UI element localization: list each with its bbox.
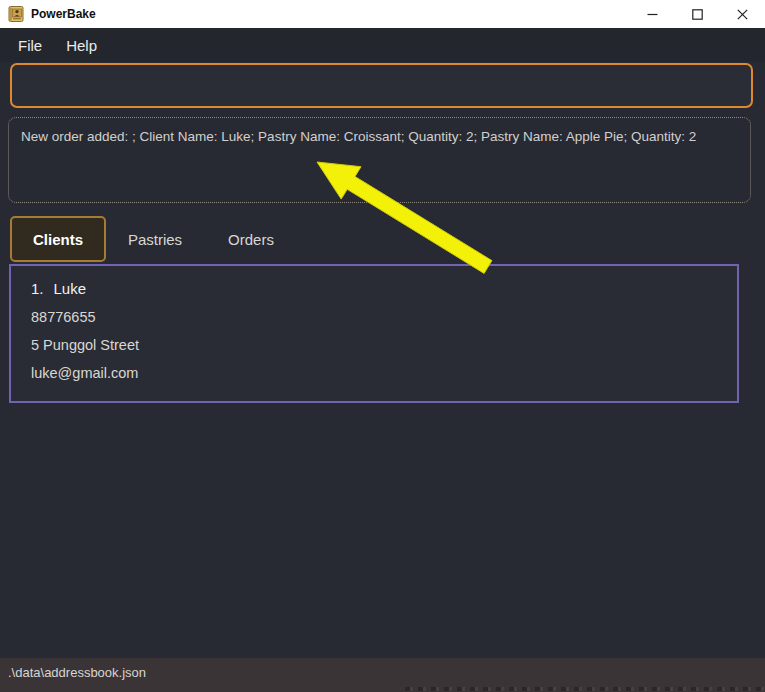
close-button[interactable] bbox=[720, 0, 765, 28]
minimize-button[interactable] bbox=[630, 0, 675, 28]
title-bar[interactable]: PowerBake bbox=[0, 0, 765, 28]
client-name: Luke bbox=[54, 280, 87, 297]
result-box: New order added: ; Client Name: Luke; Pa… bbox=[8, 117, 751, 203]
maximize-icon bbox=[692, 9, 703, 20]
status-bar: .\data\addressbook.json bbox=[0, 658, 765, 692]
client-list-panel: 1.Luke 88776655 5 Punggol Street luke@gm… bbox=[9, 264, 739, 403]
result-message: New order added: ; Client Name: Luke; Pa… bbox=[21, 129, 696, 144]
tab-bar: Clients Pastries Orders bbox=[0, 216, 765, 262]
tab-orders[interactable]: Orders bbox=[213, 216, 289, 262]
window-controls bbox=[630, 0, 765, 28]
command-input[interactable] bbox=[10, 63, 753, 108]
client-index: 1. bbox=[31, 280, 44, 297]
menu-item-help[interactable]: Help bbox=[54, 28, 109, 62]
client-address: 5 Punggol Street bbox=[31, 337, 727, 353]
client-card[interactable]: 1.Luke 88776655 5 Punggol Street luke@gm… bbox=[11, 266, 737, 381]
powerbake-window: PowerBake File Help New order added: ; C… bbox=[0, 0, 765, 692]
minimize-icon bbox=[647, 9, 658, 20]
maximize-button[interactable] bbox=[675, 0, 720, 28]
tab-clients[interactable]: Clients bbox=[10, 216, 106, 262]
address-book-icon bbox=[8, 6, 24, 22]
client-phone: 88776655 bbox=[31, 309, 727, 325]
client-email: luke@gmail.com bbox=[31, 365, 727, 381]
menu-bar: File Help bbox=[0, 28, 765, 62]
status-file-path: .\data\addressbook.json bbox=[8, 665, 146, 680]
window-title: PowerBake bbox=[31, 7, 96, 21]
tab-pastries[interactable]: Pastries bbox=[117, 216, 193, 262]
menu-item-file[interactable]: File bbox=[6, 28, 54, 62]
clipped-text-artifact bbox=[405, 687, 765, 691]
close-icon bbox=[737, 9, 748, 20]
client-title: 1.Luke bbox=[31, 280, 727, 297]
